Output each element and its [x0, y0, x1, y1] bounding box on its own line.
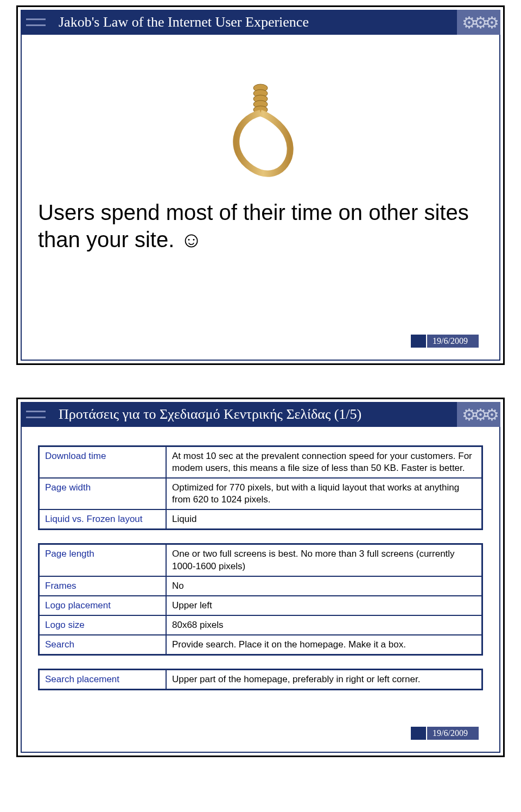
- table-c-body: Search placementUpper part of the homepa…: [39, 670, 482, 690]
- table-row: SearchProvide search. Place it on the ho…: [39, 635, 482, 655]
- cell-label: Page width: [39, 478, 167, 509]
- slide-2-titlebar: Προτάσεις για το Σχεδιασμό Κεντρικής Σελ…: [21, 402, 500, 427]
- cell-value: At most 10 sec at the prevalent connecti…: [166, 446, 482, 479]
- cell-label: Logo size: [39, 615, 167, 635]
- guidelines-table-a: Download timeAt most 10 sec at the preva…: [38, 445, 483, 530]
- table-row: Liquid vs. Frozen layoutLiquid: [39, 509, 482, 530]
- table-row: FramesNo: [39, 576, 482, 596]
- gears-icon: ⚙⚙⚙: [462, 405, 496, 424]
- slide-1-date-badge: 19/6/2009: [411, 335, 479, 348]
- guidelines-table-c: Search placementUpper part of the homepa…: [38, 669, 483, 690]
- cell-value: No: [166, 576, 482, 596]
- slide-2-title: Προτάσεις για το Σχεδιασμό Κεντρικής Σελ…: [51, 402, 457, 427]
- cell-label: Page length: [39, 544, 167, 576]
- table-a-body: Download timeAt most 10 sec at the preva…: [39, 446, 482, 530]
- title-ornament-left: [21, 402, 51, 427]
- cell-value: One or two full screens is best. No more…: [166, 544, 482, 576]
- date-ornament: [411, 727, 426, 740]
- page: Jakob's Law of the Internet User Experie…: [0, 0, 521, 812]
- slide-2-date: 19/6/2009: [427, 727, 479, 740]
- gears-icon: ⚙⚙⚙: [462, 13, 496, 32]
- cell-value: Liquid: [166, 509, 482, 530]
- cell-label: Liquid vs. Frozen layout: [39, 509, 167, 530]
- cell-label: Search placement: [39, 670, 167, 690]
- slide-1-date: 19/6/2009: [427, 335, 479, 348]
- title-ornament-right: ⚙⚙⚙: [457, 402, 500, 427]
- cell-label: Frames: [39, 576, 167, 596]
- cell-value: Upper left: [166, 596, 482, 615]
- slide-2-inner: Προτάσεις για το Σχεδιασμό Κεντρικής Σελ…: [21, 402, 500, 753]
- guidelines-table-b: Page lengthOne or two full screens is be…: [38, 543, 483, 656]
- rope-illustration: [38, 43, 483, 185]
- slide-1-title: Jakob's Law of the Internet User Experie…: [51, 10, 457, 35]
- cell-value: Optimized for 770 pixels, but with a liq…: [166, 478, 482, 509]
- title-ornament-right: ⚙⚙⚙: [457, 10, 500, 35]
- cell-label: Search: [39, 635, 167, 655]
- table-row: Logo size80x68 pixels: [39, 615, 482, 635]
- table-row: Search placementUpper part of the homepa…: [39, 670, 482, 690]
- title-ornament-left: [21, 10, 51, 35]
- table-row: Page lengthOne or two full screens is be…: [39, 544, 482, 576]
- slide-2-date-badge: 19/6/2009: [411, 727, 479, 740]
- cell-value: Upper part of the homepage, preferably i…: [166, 670, 482, 690]
- date-ornament: [411, 335, 426, 348]
- table-row: Page widthOptimized for 770 pixels, but …: [39, 478, 482, 509]
- noose-icon: [201, 43, 320, 185]
- cell-label: Logo placement: [39, 596, 167, 615]
- slide-1: Jakob's Law of the Internet User Experie…: [16, 5, 505, 365]
- cell-value: 80x68 pixels: [166, 615, 482, 635]
- slide-1-inner: Jakob's Law of the Internet User Experie…: [21, 10, 500, 361]
- slide-1-quote: Users spend most of their time on other …: [38, 199, 483, 253]
- page-number: 18: [16, 790, 505, 812]
- slide-2: Προτάσεις για το Σχεδιασμό Κεντρικής Σελ…: [16, 398, 505, 757]
- slide-2-body: Download timeAt most 10 sec at the preva…: [38, 445, 483, 725]
- cell-value: Provide search. Place it on the homepage…: [166, 635, 482, 655]
- table-b-body: Page lengthOne or two full screens is be…: [39, 544, 482, 655]
- table-row: Logo placementUpper left: [39, 596, 482, 615]
- slide-1-titlebar: Jakob's Law of the Internet User Experie…: [21, 10, 500, 35]
- cell-label: Download time: [39, 446, 167, 479]
- table-row: Download timeAt most 10 sec at the preva…: [39, 446, 482, 479]
- slide-1-body: Users spend most of their time on other …: [38, 43, 483, 343]
